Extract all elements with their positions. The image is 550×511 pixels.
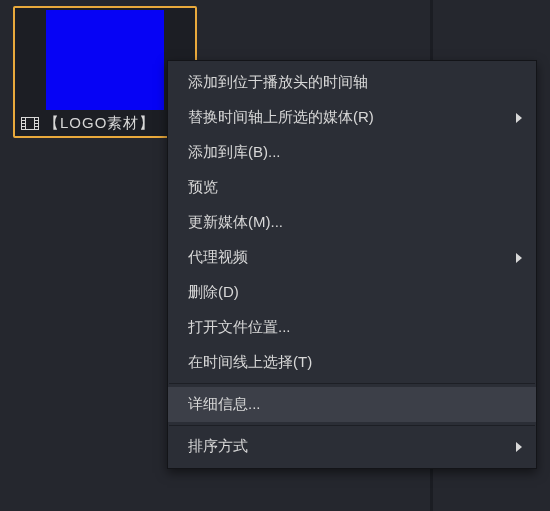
menu-item-label: 预览 bbox=[188, 178, 218, 195]
menu-select-on-timeline[interactable]: 在时间线上选择(T) bbox=[168, 345, 536, 380]
menu-delete[interactable]: 删除(D) bbox=[168, 275, 536, 310]
chevron-right-icon bbox=[516, 442, 522, 452]
menu-proxy-video[interactable]: 代理视频 bbox=[168, 240, 536, 275]
thumbnail-preview bbox=[46, 10, 164, 110]
menu-add-to-timeline[interactable]: 添加到位于播放头的时间轴 bbox=[168, 65, 536, 100]
menu-update-media[interactable]: 更新媒体(M)... bbox=[168, 205, 536, 240]
menu-details[interactable]: 详细信息... bbox=[168, 387, 536, 422]
menu-replace-media[interactable]: 替换时间轴上所选的媒体(R) bbox=[168, 100, 536, 135]
chevron-right-icon bbox=[516, 113, 522, 123]
menu-item-label: 添加到位于播放头的时间轴 bbox=[188, 73, 368, 90]
menu-item-label: 添加到库(B)... bbox=[188, 143, 281, 160]
menu-item-label: 更新媒体(M)... bbox=[188, 213, 283, 230]
menu-item-label: 在时间线上选择(T) bbox=[188, 353, 312, 370]
menu-item-label: 删除(D) bbox=[188, 283, 239, 300]
chevron-right-icon bbox=[516, 253, 522, 263]
video-icon bbox=[21, 117, 39, 131]
thumbnail-label: 【LOGO素材】 bbox=[44, 114, 155, 133]
menu-open-file-location[interactable]: 打开文件位置... bbox=[168, 310, 536, 345]
context-menu: 添加到位于播放头的时间轴 替换时间轴上所选的媒体(R) 添加到库(B)... 预… bbox=[167, 60, 537, 469]
menu-add-to-library[interactable]: 添加到库(B)... bbox=[168, 135, 536, 170]
menu-separator bbox=[169, 425, 535, 426]
menu-item-label: 打开文件位置... bbox=[188, 318, 291, 335]
menu-item-label: 替换时间轴上所选的媒体(R) bbox=[188, 108, 374, 125]
menu-sort-by[interactable]: 排序方式 bbox=[168, 429, 536, 464]
menu-separator bbox=[169, 383, 535, 384]
menu-item-label: 排序方式 bbox=[188, 437, 248, 454]
menu-item-label: 详细信息... bbox=[188, 395, 261, 412]
menu-item-label: 代理视频 bbox=[188, 248, 248, 265]
menu-preview[interactable]: 预览 bbox=[168, 170, 536, 205]
